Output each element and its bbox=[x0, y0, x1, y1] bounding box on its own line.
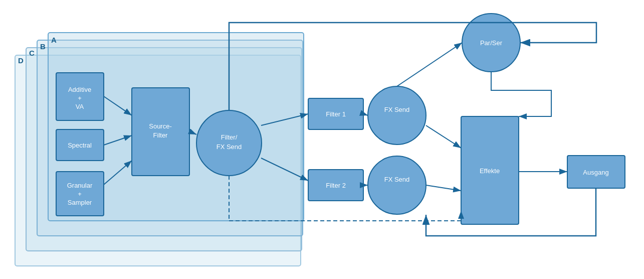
fx-send-2-label1: FX Send bbox=[384, 176, 410, 183]
source-filter-label2: Filter bbox=[153, 131, 168, 139]
filter-fx-send-label2: FX Send bbox=[217, 143, 242, 151]
additive-va-plus: + bbox=[78, 94, 82, 102]
granular-label: Granular bbox=[67, 182, 93, 189]
additive-va-va: VA bbox=[76, 103, 84, 110]
label-a: A bbox=[51, 36, 57, 44]
label-d: D bbox=[18, 56, 24, 65]
fx-send-1-label1: FX Send bbox=[384, 106, 410, 113]
label-c: C bbox=[29, 49, 35, 57]
signal-flow-svg: A B C D Additive + VA Spectral Granular … bbox=[0, 0, 644, 279]
additive-va-label: Additive bbox=[68, 86, 91, 93]
arrow-fxsend1-to-parser bbox=[397, 43, 462, 86]
fx-send-1-circle bbox=[368, 86, 426, 145]
diagram: A B C D Additive + VA Spectral Granular … bbox=[0, 0, 644, 279]
ausgang-label: Ausgang bbox=[583, 169, 608, 176]
source-filter-label1: Source- bbox=[149, 122, 172, 130]
filter-fx-send-label1: Filter/ bbox=[221, 133, 238, 141]
filter1-label: Filter 1 bbox=[326, 110, 346, 118]
granular-plus: + bbox=[78, 190, 82, 198]
arrow-filter1-to-fxsend1 bbox=[363, 114, 368, 115]
par-ser-label: Par/Ser bbox=[480, 39, 503, 47]
spectral-label: Spectral bbox=[68, 142, 92, 149]
filter2-label: Filter 2 bbox=[326, 182, 346, 189]
fx-send-2-circle bbox=[368, 156, 426, 214]
arrow-fxsend1-to-effekte bbox=[426, 125, 461, 148]
effekte-label: Effekte bbox=[480, 167, 500, 175]
parser-to-effekte-line bbox=[491, 72, 551, 116]
arrow-fxsend2-to-effekte bbox=[426, 185, 461, 191]
sampler-label: Sampler bbox=[68, 199, 92, 206]
label-b: B bbox=[40, 42, 46, 51]
